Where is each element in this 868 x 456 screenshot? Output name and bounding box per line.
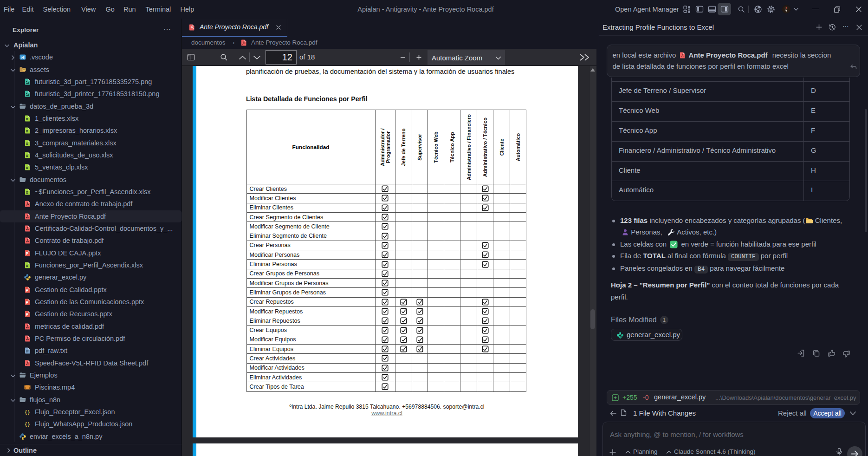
svg-text:x: x — [26, 190, 28, 195]
svg-text:{ }: { } — [25, 421, 30, 427]
svg-text:{ }: { } — [25, 409, 30, 414]
svg-text:x: x — [26, 129, 28, 133]
svg-text:x: x — [26, 153, 28, 158]
svg-text:x: x — [26, 141, 28, 146]
svg-text:x: x — [26, 263, 28, 268]
svg-text:P: P — [26, 251, 29, 256]
svg-text:x: x — [26, 117, 28, 121]
svg-text:P: P — [26, 300, 29, 305]
svg-text:x: x — [26, 165, 28, 170]
svg-text:P: P — [26, 312, 29, 317]
svg-text:P: P — [26, 288, 29, 293]
